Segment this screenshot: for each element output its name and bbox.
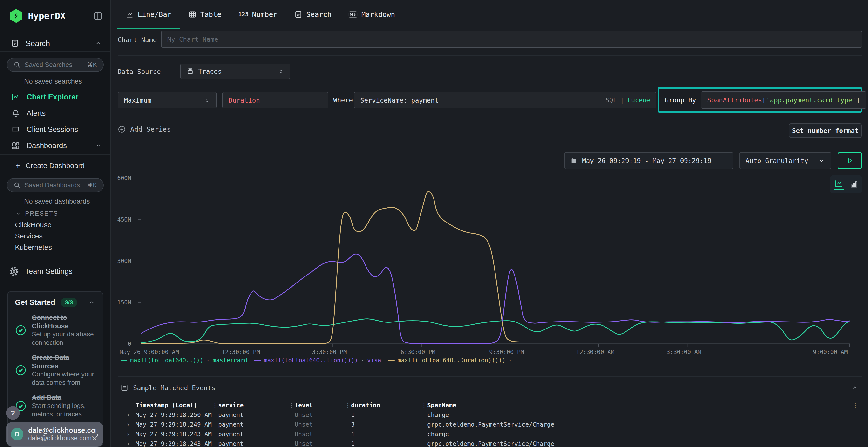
hyperdx-logo-icon xyxy=(10,9,23,23)
x-axis-label: 12:30:00 AM xyxy=(576,349,614,355)
tab-label: Number xyxy=(252,10,277,19)
query-language-toggle[interactable]: SQL|Lucene xyxy=(606,97,650,104)
help-button[interactable]: ? xyxy=(6,406,20,420)
get-started-title: Get Started xyxy=(15,298,55,307)
aggregation-select[interactable]: Maximum xyxy=(118,92,217,108)
column-header-duration[interactable]: ⋮duration xyxy=(351,402,427,409)
tab-markdown[interactable]: Markdown xyxy=(340,0,404,29)
laptop-icon xyxy=(11,125,20,134)
sidebar: HyperDX Search Saved Searches ⌘K No save… xyxy=(0,0,111,447)
search-doc-icon xyxy=(294,10,302,19)
legend-series-name: maxIf(toFloat64O..tion))))) xyxy=(264,357,358,364)
preset-clickhouse[interactable]: ClickHouse xyxy=(15,221,52,229)
expand-row-icon[interactable]: › xyxy=(121,440,135,447)
checklist-title: Add Data xyxy=(32,393,95,402)
saved-searches-placeholder: Saved Searches xyxy=(25,61,72,69)
legend-swatch-icon xyxy=(388,360,395,361)
sidebar-item-dashboards[interactable]: Dashboards xyxy=(0,138,111,153)
date-range-picker[interactable]: May 26 09:29:19 - May 27 09:29:19 xyxy=(564,152,734,169)
bar-view-toggle[interactable] xyxy=(850,180,858,189)
sidebar-item-alerts[interactable]: Alerts xyxy=(0,106,111,121)
field-input[interactable]: Duration xyxy=(222,92,329,108)
divider xyxy=(118,56,862,56)
create-dashboard-button[interactable]: + Create Dashboard xyxy=(16,161,85,170)
group-by-input[interactable]: SpanAttributes['app.payment.card_type'] xyxy=(701,91,866,109)
preset-kubernetes[interactable]: Kubernetes xyxy=(15,243,52,251)
user-subtext: dale@clickhouse.com's xyxy=(28,435,96,442)
expand-row-icon[interactable]: › xyxy=(121,411,135,418)
legend-swatch-icon xyxy=(254,360,261,361)
sidebar-section-search[interactable]: Search xyxy=(0,36,111,50)
tab-label: Line/Bar xyxy=(138,10,172,19)
where-label: Where xyxy=(333,96,353,104)
sidebar-item-chart-explorer[interactable]: Chart Explorer xyxy=(0,90,111,105)
legend-item-visa[interactable]: maxIf(toFloat64O..tion)))))·visa xyxy=(254,357,381,364)
preset-services[interactable]: Services xyxy=(15,232,43,240)
search-icon xyxy=(13,182,21,189)
tab-search[interactable]: Search xyxy=(286,0,340,29)
checklist-item-add-data[interactable]: Add Data Start sending logs, metrics, or… xyxy=(15,393,95,419)
granularity-select[interactable]: Auto Granularity xyxy=(739,152,831,169)
granularity-value: Auto Granularity xyxy=(745,157,808,165)
event-row[interactable]: ›May 27 9:29:18.243 AMpaymentUnset1grpc.… xyxy=(121,439,858,447)
presets-toggle[interactable]: PRESETS xyxy=(15,210,58,217)
legend-swatch-icon xyxy=(121,360,127,361)
event-row[interactable]: ›May 27 9:29:18.243 AMpaymentUnset1charg… xyxy=(121,429,858,439)
x-axis-label: 12:30:00 PM xyxy=(222,349,260,355)
tab-line-bar[interactable]: Line/Bar xyxy=(117,0,180,29)
column-header-label: level xyxy=(294,402,313,409)
chart-name-input[interactable] xyxy=(161,31,862,48)
column-header-timestamp-local-[interactable]: Timestamp (Local) xyxy=(135,402,218,409)
where-input[interactable]: ServiceName: payment SQL|Lucene xyxy=(354,92,656,108)
event-row[interactable]: ›May 27 9:29:18.250 AMpaymentUnset1charg… xyxy=(121,410,858,419)
timeseries-chart[interactable] xyxy=(137,178,850,347)
no-saved-dashboards-text: No saved dashboards xyxy=(24,198,90,205)
legend-separator: · xyxy=(508,357,512,364)
kbd-shortcut: ⌘K xyxy=(87,61,97,68)
run-query-button[interactable] xyxy=(838,152,862,169)
column-header-service[interactable]: ⋮service xyxy=(218,402,294,409)
collapse-sidebar-icon[interactable] xyxy=(93,10,103,21)
checklist-item-sources[interactable]: Create Data Sources Configure where your… xyxy=(15,353,95,387)
legend-item-mastercard[interactable]: maxIf(toFloat64O..)))·mastercard xyxy=(121,357,247,364)
legend-item-unnamed[interactable]: maxIf(toFloat64O..Duration)))))· xyxy=(388,357,515,364)
divider xyxy=(0,51,111,51)
sidebar-item-team-settings[interactable]: Team Settings xyxy=(0,264,111,279)
checklist-title: Create Data Sources xyxy=(32,353,95,370)
user-email: dale@clickhouse.com xyxy=(28,426,96,435)
legend-series-name: maxIf(toFloat64O..))) xyxy=(130,357,203,364)
y-axis: 0150M300M450M600M xyxy=(112,178,134,344)
tab-label: Search xyxy=(306,10,332,19)
y-axis-label: 450M xyxy=(117,216,131,223)
column-menu-icon[interactable]: ⋮ xyxy=(852,402,858,409)
chart-name-label: Chart Name xyxy=(118,36,157,44)
chevron-up-icon[interactable] xyxy=(95,142,102,149)
tab-number[interactable]: 123 Number xyxy=(230,0,286,29)
data-source-select[interactable]: Traces xyxy=(180,64,290,79)
column-header-spanname[interactable]: ⋮SpanName xyxy=(427,402,858,409)
chevron-up-icon[interactable] xyxy=(94,40,102,47)
event-row[interactable]: ›May 27 9:29:18.249 AMpaymentUnset3grpc.… xyxy=(121,419,858,429)
plus-icon: + xyxy=(16,161,20,170)
chevron-up-icon[interactable] xyxy=(851,384,858,391)
chevron-up-icon[interactable] xyxy=(88,299,95,306)
checklist-item-connect[interactable]: Connect to ClickHouse Set up your databa… xyxy=(15,313,95,347)
divider xyxy=(118,123,862,123)
column-header-level[interactable]: ⋮level xyxy=(294,402,351,409)
chart-type-tabbar: Line/Bar Table 123 Number Search xyxy=(112,0,868,29)
user-menu[interactable]: D dale@clickhouse.com dale@clickhouse.co… xyxy=(6,422,103,447)
set-number-format-button[interactable]: Set number format xyxy=(789,123,862,138)
select-chevrons-icon xyxy=(204,97,210,103)
circle-plus-icon xyxy=(118,125,126,133)
saved-dashboards-input[interactable]: Saved Dashboards ⌘K xyxy=(7,178,104,192)
sidebar-item-label: Client Sessions xyxy=(27,125,78,134)
y-axis-label: 150M xyxy=(117,299,131,306)
expand-row-icon[interactable]: › xyxy=(121,431,135,438)
sidebar-item-client-sessions[interactable]: Client Sessions xyxy=(0,122,111,137)
tab-table[interactable]: Table xyxy=(180,0,230,29)
saved-searches-input[interactable]: Saved Searches ⌘K xyxy=(7,58,104,72)
legend-separator: · xyxy=(206,357,210,364)
expand-row-icon[interactable]: › xyxy=(121,421,135,428)
logo-row: HyperDX xyxy=(0,8,111,23)
add-series-button[interactable]: Add Series xyxy=(118,125,171,133)
